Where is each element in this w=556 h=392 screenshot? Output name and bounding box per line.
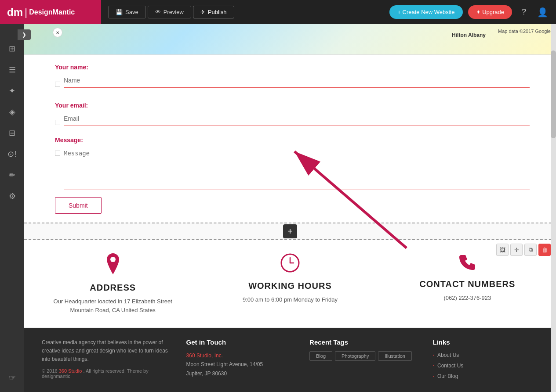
hours-text: 9:00 am to 6:00 pm Monday to Friday: [210, 295, 370, 304]
sidebar-item-layout[interactable]: ⊞: [3, 39, 22, 58]
name-input[interactable]: [64, 73, 530, 88]
contact-text: (062) 222-376-923: [388, 294, 547, 302]
contact-title: CONTACT NUMBERS: [388, 279, 547, 289]
trash-icon: 🗑: [542, 247, 548, 253]
tags-icon: ◈: [9, 107, 15, 117]
recent-tags-grid: Blog Photography Illustation: [309, 351, 415, 361]
contact-us-link[interactable]: Contact Us: [437, 363, 463, 369]
footer-city: Jupiter, JP 80630: [186, 369, 292, 378]
link-about-us: About Us: [433, 351, 538, 359]
sidebar-toggle[interactable]: ❯: [18, 29, 31, 40]
save-button[interactable]: 💾 Save: [108, 6, 146, 18]
footer-studio-name: 360 Studio, Inc.: [186, 351, 292, 360]
publish-button[interactable]: ✈ Publish: [193, 6, 234, 18]
publish-label: Publish: [208, 9, 227, 15]
menu-icon: ☰: [9, 65, 16, 75]
content-area: ✕ Hilton Albany Map data ©2017 Google Yo…: [24, 24, 556, 392]
our-blog-link[interactable]: Our Blog: [437, 373, 458, 379]
message-checkbox[interactable]: [55, 151, 60, 156]
top-navigation: dm | DesignMantic 💾 Save 👁 Preview ✈ Pub…: [0, 0, 556, 24]
phone-icon: [388, 253, 547, 275]
contact-form-section: Your name: Your email: Message: Sub: [24, 55, 556, 223]
pointer-icon: ☞: [9, 373, 16, 383]
footer-links-col: Links About Us Contact Us Our Blog: [433, 338, 538, 392]
sidebar-item-menu[interactable]: ☰: [3, 60, 22, 79]
section-delete-button[interactable]: 🗑: [538, 244, 551, 256]
footer-agency-col: Creative media agency that believes in t…: [42, 338, 169, 392]
scrollbar[interactable]: [551, 24, 556, 392]
logo-dm: dm: [7, 6, 23, 18]
address-block: ADDRESS Our Headquarter loacted in 17 El…: [24, 253, 201, 314]
footer-copyright: © 2016 360 Studio . All rights reserved.…: [42, 368, 169, 379]
logo-area: dm | DesignMantic: [0, 0, 101, 24]
email-input[interactable]: [64, 111, 530, 126]
svg-point-0: [110, 257, 116, 262]
sidebar-item-edit[interactable]: ✏: [3, 165, 22, 185]
image-icon: 🖼: [500, 247, 505, 253]
main-layout: ❯ ⊞ ☰ ✦ ◈ ⊟ ⊙! ✏ ⚙ ☞: [0, 24, 556, 392]
link-contact-us: Contact Us: [433, 362, 538, 370]
sidebar-item-pointer[interactable]: ☞: [3, 368, 22, 388]
footer-section: Creative media agency that believes in t…: [24, 328, 556, 392]
section-actions: 🖼 ✛ ⧉ 🗑: [496, 244, 551, 256]
section-copy-button[interactable]: ⧉: [524, 244, 537, 256]
preview-button[interactable]: 👁 Preview: [148, 6, 191, 18]
email-checkbox[interactable]: [55, 120, 60, 125]
edit-icon: ✏: [9, 170, 15, 180]
hours-title: WORKING HOURS: [210, 281, 370, 291]
scrollbar-thumb[interactable]: [551, 50, 556, 138]
sidebar-item-tags[interactable]: ◈: [3, 102, 22, 122]
section-move-button[interactable]: ✛: [510, 244, 523, 256]
add-section-button[interactable]: +: [283, 224, 297, 238]
info-section: 🖼 ✛ ⧉ 🗑 ADDRESS: [24, 240, 556, 328]
create-new-website-button[interactable]: + Create New Website: [389, 5, 462, 19]
footer-street: Moon Street Light Avenue, 14/05: [186, 360, 292, 369]
save-label: Save: [125, 9, 138, 15]
address-title: ADDRESS: [33, 283, 193, 293]
tools-icon: ⚙: [9, 191, 16, 201]
user-button[interactable]: 👤: [536, 6, 549, 19]
hours-block: WORKING HOURS 9:00 am to 6:00 pm Monday …: [201, 253, 378, 304]
upgrade-label: ✦ Upgrade: [476, 9, 504, 15]
submit-label: Submit: [69, 202, 88, 209]
address-text: Our Headquarter loacted in 17 Elizabeth …: [33, 297, 193, 314]
submit-button[interactable]: Submit: [55, 197, 102, 214]
map-data-text: Map data ©2017 Google: [498, 29, 551, 34]
name-checkbox[interactable]: [55, 82, 60, 87]
address-icon: [33, 253, 193, 278]
section-image-button[interactable]: 🖼: [496, 244, 509, 256]
studio-link[interactable]: 360 Studio: [59, 368, 82, 374]
tag-photography[interactable]: Photography: [335, 351, 375, 361]
footer-agency-text: Creative media agency that believes in t…: [42, 338, 169, 364]
footer-address: 360 Studio, Inc. Moon Street Light Avenu…: [186, 351, 292, 378]
logo-full-name: DesignMantic: [29, 8, 75, 16]
layout-icon: ⊞: [9, 44, 15, 54]
nav-right: + Create New Website ✦ Upgrade ? 👤: [389, 5, 556, 19]
name-label: Your name:: [55, 64, 530, 71]
footer-links-list: About Us Contact Us Our Blog: [433, 351, 538, 380]
sidebar-item-network[interactable]: ✦: [3, 81, 22, 101]
footer-get-in-touch-title: Get in Touch: [186, 338, 292, 346]
help-button[interactable]: ?: [517, 6, 531, 19]
message-textarea[interactable]: [64, 146, 530, 190]
tag-illustation[interactable]: Illustation: [378, 351, 411, 361]
contact-block: CONTACT NUMBERS (062) 222-376-923: [379, 253, 556, 302]
copy-icon: ⧉: [529, 246, 533, 253]
map-area: ✕ Hilton Albany Map data ©2017 Google: [24, 24, 556, 55]
preview-label: Preview: [164, 9, 184, 15]
tag-blog[interactable]: Blog: [309, 351, 332, 361]
message-label: Message:: [55, 137, 530, 144]
widget-icon: ⊟: [9, 128, 15, 138]
sidebar-item-tools[interactable]: ⚙: [3, 187, 22, 206]
sidebar-item-settings-alert[interactable]: ⊙!: [3, 144, 22, 164]
upgrade-button[interactable]: ✦ Upgrade: [468, 5, 512, 19]
footer-links-title: Links: [433, 338, 538, 346]
email-label: Your email:: [55, 102, 530, 109]
network-icon: ✦: [9, 86, 15, 96]
add-section-bar: +: [24, 223, 556, 240]
map-close-button[interactable]: ✕: [53, 28, 62, 37]
map-hilton-label: Hilton Albany: [452, 32, 486, 38]
logo-pipe: |: [25, 6, 27, 18]
sidebar-item-widget[interactable]: ⊟: [3, 123, 22, 143]
about-us-link[interactable]: About Us: [437, 352, 459, 358]
